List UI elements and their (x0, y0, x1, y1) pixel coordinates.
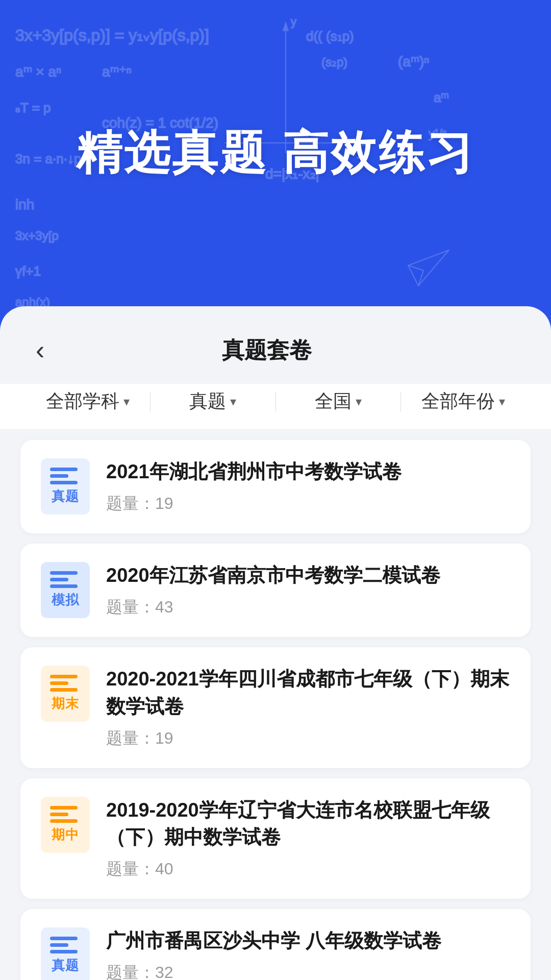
exam-count: 题量：43 (106, 596, 510, 619)
exam-type-badge: 真题 (41, 458, 90, 514)
exam-title: 2020年江苏省南京市中考数学二模试卷 (106, 562, 510, 589)
exam-title: 2019-2020学年辽宁省大连市名校联盟七年级（下）期中数学试卷 (106, 797, 510, 851)
exam-title: 2021年湖北省荆州市中考数学试卷 (106, 458, 510, 485)
card-header: ‹ 真题套卷 (0, 306, 551, 384)
exam-content: 2021年湖北省荆州市中考数学试卷 题量：19 (106, 458, 510, 515)
exam-count: 题量：19 (106, 727, 510, 750)
exam-content: 广州市番禺区沙头中学 八年级数学试卷 题量：32 (106, 927, 510, 980)
filter-region[interactable]: 全国 ▾ (276, 389, 400, 414)
chevron-down-icon: ▾ (356, 395, 362, 409)
exam-title: 2020-2021学年四川省成都市七年级（下）期末数学试卷 (106, 666, 510, 720)
hero-title: 精选真题 高效练习 (76, 122, 474, 184)
list-item[interactable]: 真题 2021年湖北省荆州市中考数学试卷 题量：19 (20, 440, 531, 533)
exam-type-badge: 真题 (41, 927, 90, 980)
chevron-down-icon: ▾ (230, 395, 236, 409)
badge-label: 期末 (52, 695, 79, 713)
filter-bar: 全部学科 ▾ 真题 ▾ 全国 ▾ 全部年份 ▾ (0, 384, 551, 430)
list-item[interactable]: 模拟 2020年江苏省南京市中考数学二模试卷 题量：43 (20, 544, 531, 637)
filter-type[interactable]: 真题 ▾ (151, 389, 275, 414)
exam-content: 2019-2020学年辽宁省大连市名校联盟七年级（下）期中数学试卷 题量：40 (106, 797, 510, 880)
list-item[interactable]: 期中 2019-2020学年辽宁省大连市名校联盟七年级（下）期中数学试卷 题量：… (20, 778, 531, 899)
badge-label: 真题 (52, 487, 79, 505)
chevron-down-icon: ▾ (499, 395, 505, 409)
filter-year[interactable]: 全部年份 ▾ (401, 389, 525, 414)
exam-content: 2020-2021学年四川省成都市七年级（下）期末数学试卷 题量：19 (106, 666, 510, 749)
back-button[interactable]: ‹ (31, 332, 49, 369)
list-item[interactable]: 真题 广州市番禺区沙头中学 八年级数学试卷 题量：32 (20, 909, 531, 980)
badge-label: 模拟 (52, 591, 79, 609)
exam-list: 真题 2021年湖北省荆州市中考数学试卷 题量：19 模拟 2020年江苏省南京… (0, 440, 551, 980)
exam-type-badge: 模拟 (41, 562, 90, 618)
badge-label: 期中 (52, 826, 79, 844)
exam-title: 广州市番禺区沙头中学 八年级数学试卷 (106, 927, 510, 954)
exam-type-badge: 期中 (41, 797, 90, 853)
list-item[interactable]: 期末 2020-2021学年四川省成都市七年级（下）期末数学试卷 题量：19 (20, 647, 531, 768)
exam-count: 题量：19 (106, 493, 510, 515)
exam-content: 2020年江苏省南京市中考数学二模试卷 题量：43 (106, 562, 510, 619)
exam-count: 题量：32 (106, 962, 510, 980)
badge-label: 真题 (52, 957, 79, 974)
chevron-down-icon: ▾ (123, 395, 130, 409)
page-title: 真题套卷 (49, 335, 484, 365)
main-card: ‹ 真题套卷 全部学科 ▾ 真题 ▾ 全国 ▾ 全部年份 ▾ (0, 306, 551, 980)
hero-section: 精选真题 高效练习 (0, 0, 551, 306)
filter-subject[interactable]: 全部学科 ▾ (26, 389, 150, 414)
exam-type-badge: 期末 (41, 666, 90, 722)
exam-count: 题量：40 (106, 858, 510, 880)
